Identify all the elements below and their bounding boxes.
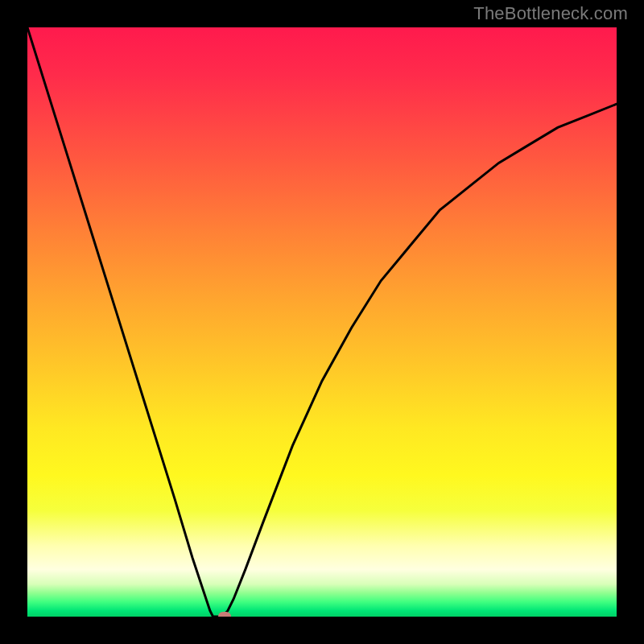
chart-frame: TheBottleneck.com: [0, 0, 644, 644]
bottleneck-curve-path: [27, 27, 617, 617]
plot-area: [27, 27, 617, 617]
optimal-point-marker: [218, 612, 231, 617]
bottleneck-curve-svg: [27, 27, 617, 617]
watermark-text: TheBottleneck.com: [473, 3, 628, 24]
